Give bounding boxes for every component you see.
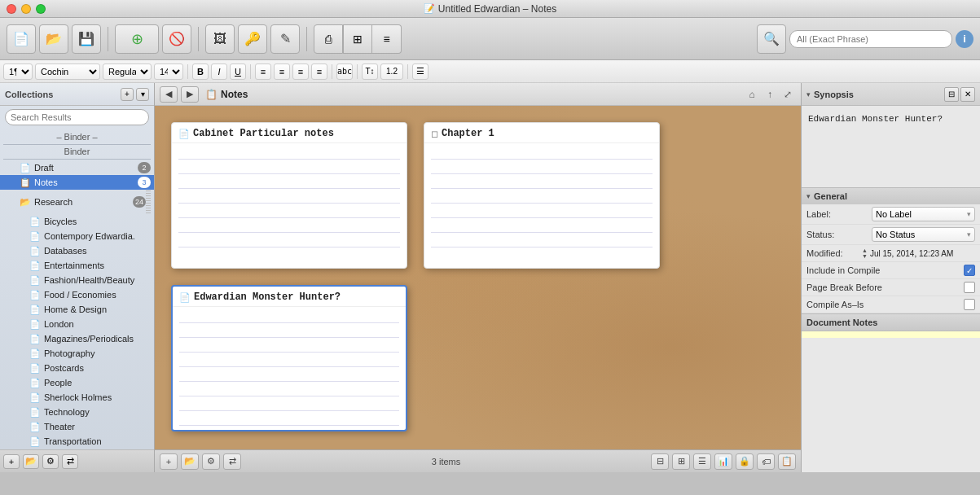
open-folder-button[interactable]: 📂 xyxy=(39,24,68,54)
mod-down-arrow[interactable]: ▼ xyxy=(862,253,868,259)
page-break-checkbox[interactable] xyxy=(964,282,975,293)
align-left-button[interactable]: ≡ xyxy=(255,64,271,80)
style-select[interactable]: 1¶a xyxy=(3,64,33,80)
sidebar-item-technology[interactable]: 📄 Technology xyxy=(0,405,154,419)
align-center-button[interactable]: ≡ xyxy=(274,64,290,80)
compile-as-checkbox[interactable] xyxy=(964,299,975,310)
align-right-button[interactable]: ≡ xyxy=(292,64,309,80)
lock-button[interactable]: 🔑 xyxy=(238,24,267,54)
general-section-header[interactable]: ▾ General xyxy=(802,188,980,204)
document-notes-header[interactable]: Document Notes xyxy=(802,314,980,331)
include-compile-checkbox[interactable]: ✓ xyxy=(964,265,975,276)
italic-button[interactable]: I xyxy=(211,64,227,80)
nav-back-button[interactable]: ◀ xyxy=(160,86,178,103)
sidebar-item-people[interactable]: 📄 People xyxy=(0,375,154,390)
add-button[interactable]: ⊕ xyxy=(115,24,159,54)
status-view-2[interactable]: ⊞ xyxy=(672,453,690,470)
view-list-button[interactable]: ≡ xyxy=(372,24,402,54)
maximize-button[interactable] xyxy=(36,4,46,14)
sidebar-item-food[interactable]: 📄 Food / Economies xyxy=(0,287,154,302)
status-view-7[interactable]: 📋 xyxy=(778,453,796,470)
synopsis-content: Edwardian Monster Hunter? xyxy=(802,106,980,187)
inspector-icon-1[interactable]: ⊟ xyxy=(944,87,959,102)
text-color-button[interactable]: abc xyxy=(336,64,353,80)
status-add-group-button[interactable]: 📂 xyxy=(181,453,199,470)
sidebar-search-input[interactable] xyxy=(5,109,149,125)
list-button[interactable]: ☰ xyxy=(412,64,428,80)
sidebar-add-folder-button[interactable]: 📂 xyxy=(23,454,39,469)
justify-button[interactable]: ≡ xyxy=(311,64,327,80)
sidebar-item-home[interactable]: 📄 Home & Design xyxy=(0,302,154,317)
status-view-6[interactable]: 🏷 xyxy=(757,453,775,470)
draft-label: Draft xyxy=(34,163,138,173)
status-view-4[interactable]: 📊 xyxy=(714,453,732,470)
home-button[interactable]: ⌂ xyxy=(744,86,760,103)
status-view-3[interactable]: ☰ xyxy=(693,453,711,470)
status-add-button[interactable]: + xyxy=(160,453,178,470)
traffic-lights[interactable] xyxy=(7,4,46,14)
note-card-chapter1[interactable]: ◻ Chapter 1 xyxy=(424,122,660,269)
sidebar-item-fashion[interactable]: 📄 Fashion/Health/Beauty xyxy=(0,273,154,287)
underline-button[interactable]: U xyxy=(230,64,246,80)
sidebar-item-entertainments[interactable]: 📄 Entertainments xyxy=(0,258,154,273)
status-view-5[interactable]: 🔒 xyxy=(736,453,754,470)
label-select[interactable]: No Label ▾ xyxy=(872,207,975,221)
status-chevron: ▾ xyxy=(967,230,971,239)
document-notes-content[interactable] xyxy=(802,331,980,338)
weight-select[interactable]: Regular xyxy=(103,64,152,80)
status-options-button[interactable]: ⚙ xyxy=(202,453,220,470)
font-select[interactable]: Cochin xyxy=(35,64,100,80)
status-select[interactable]: No Status ▾ xyxy=(872,227,975,242)
search-options-button[interactable]: 🔍 xyxy=(757,24,786,54)
include-compile-field: Include in Compile ✓ xyxy=(802,262,980,279)
line-height-value[interactable]: 1.2 xyxy=(380,64,403,80)
delete-button[interactable]: 🚫 xyxy=(162,24,191,54)
minimize-button[interactable] xyxy=(21,4,31,14)
sidebar-item-notes[interactable]: 📋 Notes 3 xyxy=(0,175,154,190)
expand-button[interactable]: ⤢ xyxy=(780,86,796,103)
inspector-icon-2[interactable]: ✕ xyxy=(960,87,975,102)
view-grid-button[interactable]: ⊞ xyxy=(343,24,372,54)
collapse-sidebar-button[interactable]: ▾ xyxy=(136,88,149,101)
note-card-edwardian[interactable]: 📄 Edwardian Monster Hunter? xyxy=(171,285,407,431)
sidebar-item-sherlock[interactable]: 📄 Sherlock Holmes xyxy=(0,390,154,405)
sidebar-item-contemporary[interactable]: 📄 Contempory Edwardia. xyxy=(0,229,154,243)
sidebar-item-research[interactable]: 📂 Research 24 xyxy=(0,190,154,214)
sidebar-item-draft[interactable]: 📄 Draft 2 xyxy=(0,160,154,175)
nav-forward-button[interactable]: ▶ xyxy=(181,86,199,103)
edit-button[interactable]: ✎ xyxy=(270,24,300,54)
up-button[interactable]: ↑ xyxy=(762,86,778,103)
view-buttons[interactable]: ⎙ ⊞ ≡ xyxy=(314,24,402,54)
sidebar-item-theater[interactable]: 📄 Theater xyxy=(0,419,154,434)
sidebar-item-magazines[interactable]: 📄 Magazines/Periodicals xyxy=(0,331,154,346)
view-compile-button[interactable]: ⎙ xyxy=(314,24,343,54)
save-button[interactable]: 💾 xyxy=(72,24,101,54)
size-select[interactable]: 14 xyxy=(154,64,183,80)
sidebar-sync-button[interactable]: ⇄ xyxy=(62,454,78,469)
sidebar-options-button[interactable]: ⚙ xyxy=(42,454,59,469)
snapshot-button[interactable]: 🖼 xyxy=(205,24,235,54)
sidebar-item-transportation[interactable]: 📄 Transportation xyxy=(0,434,154,449)
mod-up-arrow[interactable]: ▲ xyxy=(862,248,868,253)
line-height-stepper[interactable]: T↕ xyxy=(362,64,378,80)
label-field: Label: No Label ▾ xyxy=(802,204,980,225)
drag-handle[interactable] xyxy=(146,191,151,213)
add-collection-button[interactable]: + xyxy=(121,88,134,101)
new-button[interactable]: 📄 xyxy=(7,24,36,54)
sidebar-item-london[interactable]: 📄 London xyxy=(0,317,154,331)
info-button[interactable]: i xyxy=(956,30,973,48)
note-line xyxy=(178,234,400,248)
sidebar-item-photography[interactable]: 📄 Photography xyxy=(0,346,154,361)
status-sync-button[interactable]: ⇄ xyxy=(223,453,241,470)
sidebar-item-bicycles[interactable]: 📄 Bicycles xyxy=(0,214,154,229)
search-input[interactable] xyxy=(789,30,952,48)
modified-arrows[interactable]: ▲ ▼ xyxy=(862,248,868,259)
card-lines-edwardian xyxy=(173,307,406,430)
sidebar-add-button[interactable]: + xyxy=(3,454,20,469)
sidebar-item-databases[interactable]: 📄 Databases xyxy=(0,243,154,258)
bold-button[interactable]: B xyxy=(192,64,209,80)
close-button[interactable] xyxy=(7,4,16,14)
note-card-cabinet[interactable]: 📄 Cabinet Particular notes xyxy=(171,122,407,269)
sidebar-item-postcards[interactable]: 📄 Postcards xyxy=(0,361,154,375)
status-view-1[interactable]: ⊟ xyxy=(651,453,669,470)
